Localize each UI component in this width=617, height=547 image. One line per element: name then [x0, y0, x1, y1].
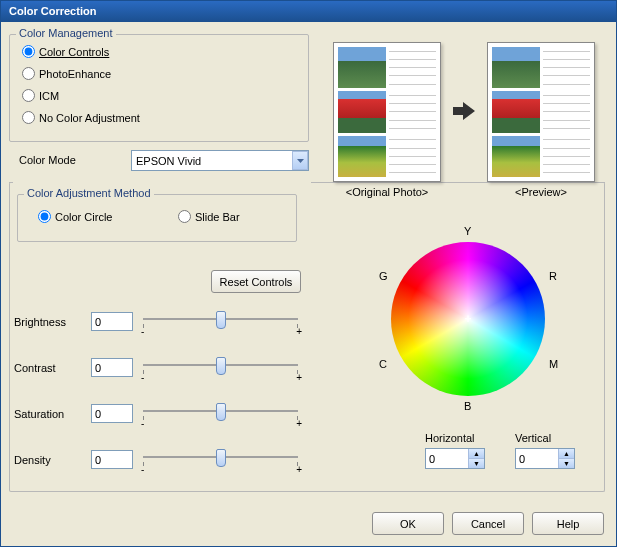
color-circle-radio-input[interactable]	[38, 210, 51, 223]
icm-radio[interactable]: ICM	[22, 89, 59, 102]
color-management-group: Color Management Color Controls PhotoEnh…	[9, 34, 309, 142]
window-title: Color Correction	[9, 5, 96, 17]
photoenhance-radio[interactable]: PhotoEnhance	[22, 67, 111, 80]
wheel-label-b: B	[464, 400, 471, 412]
color-correction-dialog: Color Correction Color Management Color …	[0, 0, 617, 547]
brightness-value[interactable]	[91, 312, 133, 331]
slide-bar-radio[interactable]: Slide Bar	[178, 210, 240, 223]
vertical-spinbox[interactable]: ▲▼	[515, 448, 575, 469]
spin-up-icon[interactable]: ▲	[558, 449, 574, 459]
cancel-button[interactable]: Cancel	[452, 512, 524, 535]
no-color-adjustment-radio-input[interactable]	[22, 111, 35, 124]
titlebar: Color Correction	[1, 1, 616, 22]
color-controls-radio-input[interactable]	[22, 45, 35, 58]
color-circle-radio[interactable]: Color Circle	[38, 210, 112, 223]
brightness-slider[interactable]: -+	[143, 308, 298, 332]
contrast-value[interactable]	[91, 358, 133, 377]
preview-photo-preview	[487, 42, 595, 182]
reset-controls-button[interactable]: Reset Controls	[211, 270, 301, 293]
vertical-value[interactable]	[516, 449, 558, 468]
color-management-legend: Color Management	[16, 27, 116, 39]
help-button[interactable]: Help	[532, 512, 604, 535]
color-circle[interactable]: +	[391, 242, 545, 396]
color-circle-cursor-icon: +	[464, 312, 471, 326]
ok-button[interactable]: OK	[372, 512, 444, 535]
original-photo-preview	[333, 42, 441, 182]
contrast-label: Contrast	[14, 362, 56, 374]
slide-bar-radio-input[interactable]	[178, 210, 191, 223]
color-mode-label: Color Mode	[19, 154, 76, 166]
spin-down-icon[interactable]: ▼	[558, 459, 574, 468]
original-photo-caption: <Original Photo>	[333, 186, 441, 198]
color-adjustment-method-group: Color Adjustment Method Color Circle Sli…	[17, 194, 297, 242]
horizontal-value[interactable]	[426, 449, 468, 468]
brightness-label: Brightness	[14, 316, 66, 328]
no-color-adjustment-radio[interactable]: No Color Adjustment	[22, 111, 140, 124]
arrow-right-icon	[453, 102, 475, 120]
density-slider[interactable]: -+	[143, 446, 298, 470]
density-label: Density	[14, 454, 51, 466]
wheel-label-g: G	[379, 270, 388, 282]
wheel-label-c: C	[379, 358, 387, 370]
saturation-label: Saturation	[14, 408, 64, 420]
saturation-value[interactable]	[91, 404, 133, 423]
vertical-label: Vertical	[515, 432, 551, 444]
wheel-label-y: Y	[464, 225, 471, 237]
density-value[interactable]	[91, 450, 133, 469]
preview-caption: <Preview>	[487, 186, 595, 198]
contrast-slider[interactable]: -+	[143, 354, 298, 378]
wheel-label-m: M	[549, 358, 558, 370]
wheel-label-r: R	[549, 270, 557, 282]
icm-radio-input[interactable]	[22, 89, 35, 102]
saturation-slider[interactable]: -+	[143, 400, 298, 424]
spin-down-icon[interactable]: ▼	[468, 459, 484, 468]
color-controls-radio[interactable]: Color Controls	[22, 45, 109, 58]
horizontal-label: Horizontal	[425, 432, 475, 444]
color-mode-select[interactable]: EPSON Vivid	[131, 150, 309, 171]
spin-up-icon[interactable]: ▲	[468, 449, 484, 459]
color-adjustment-method-legend: Color Adjustment Method	[24, 187, 154, 199]
horizontal-spinbox[interactable]: ▲▼	[425, 448, 485, 469]
photoenhance-radio-input[interactable]	[22, 67, 35, 80]
svg-marker-1	[453, 102, 475, 120]
